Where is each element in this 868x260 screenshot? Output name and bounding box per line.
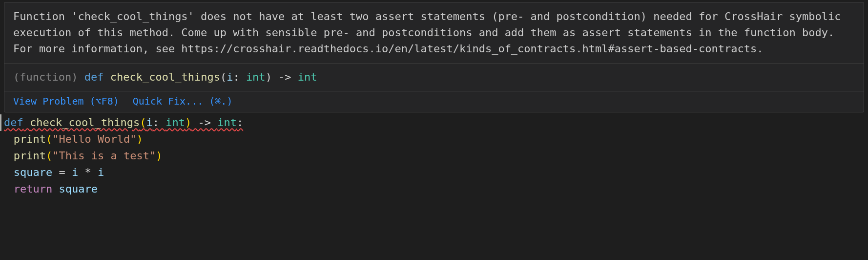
hover-problem-message: Function 'check_cool_things' does not ha… — [4, 2, 864, 64]
code-editor[interactable]: def check_cool_things(i: int) -> int: pr… — [0, 112, 868, 197]
error-squiggle: def check_cool_things(i: int) -> int: — [4, 116, 243, 129]
code-line-return[interactable]: return square — [4, 181, 868, 197]
code-line-print2[interactable]: print("This is a test") — [4, 148, 868, 164]
hover-tooltip: Function 'check_cool_things' does not ha… — [4, 2, 864, 112]
signature-def: def — [84, 71, 104, 83]
hover-actions: View Problem (⌥F8) Quick Fix... (⌘.) — [4, 91, 864, 112]
signature-param-type: int — [246, 71, 266, 83]
signature-return-type: int — [298, 71, 317, 83]
hover-signature: (function) def check_cool_things(i: int)… — [4, 64, 864, 91]
view-problem-link[interactable]: View Problem (⌥F8) — [13, 95, 119, 107]
code-line-assign[interactable]: square = i * i — [4, 164, 868, 181]
code-line-print1[interactable]: print("Hello World") — [4, 131, 868, 148]
signature-kind: (function) — [13, 71, 84, 83]
code-line-def[interactable]: def check_cool_things(i: int) -> int: — [4, 114, 868, 131]
quick-fix-link[interactable]: Quick Fix... (⌘.) — [133, 95, 233, 107]
text-cursor — [0, 114, 1, 131]
signature-param: i — [227, 71, 233, 83]
signature-name: check_cool_things — [110, 71, 220, 83]
